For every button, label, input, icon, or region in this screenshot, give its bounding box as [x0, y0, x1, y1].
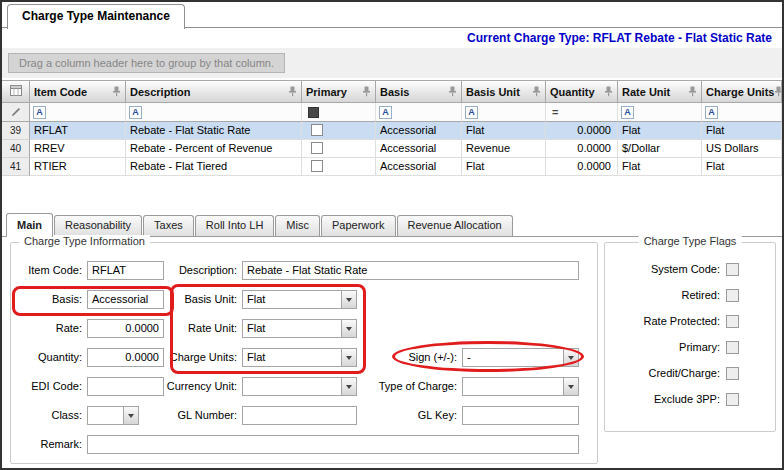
pin-icon[interactable] — [688, 86, 697, 97]
type-of-charge-dropdown[interactable] — [462, 377, 579, 396]
filter-cell-rate-unit[interactable]: A — [618, 103, 702, 122]
auto-filter-icon[interactable]: A — [621, 106, 634, 119]
type-of-charge-label: Type of Charge: — [362, 377, 457, 396]
detail-tab-strip: Main Reasonability Taxes Roll Into LH Mi… — [2, 213, 782, 237]
class-label: Class: — [10, 406, 82, 425]
charge-units-dropdown[interactable]: Flat — [242, 348, 357, 367]
cell-basis-unit: Flat — [462, 158, 546, 176]
retired-label: Retired: — [612, 286, 720, 305]
gl-number-label: GL Number: — [152, 406, 237, 425]
cell-quantity: 0.0000 — [546, 140, 618, 158]
primary-checkbox[interactable] — [311, 142, 323, 154]
basis-value: Accessorial — [92, 293, 148, 305]
column-header-primary[interactable]: Primary — [302, 81, 376, 103]
tab-revenue-allocation[interactable]: Revenue Allocation — [397, 215, 513, 236]
currency-unit-dropdown[interactable] — [242, 377, 357, 396]
grid-row-rrev[interactable]: 40 RREV Rebate - Percent of Revenue Acce… — [2, 140, 782, 158]
dropdown-arrow-icon[interactable] — [563, 349, 578, 366]
auto-filter-icon[interactable]: A — [705, 106, 718, 119]
dropdown-arrow-icon[interactable] — [123, 407, 138, 424]
auto-filter-icon[interactable]: A — [129, 106, 142, 119]
row-number: 39 — [2, 122, 30, 140]
pin-icon[interactable] — [362, 86, 371, 97]
filter-cell-description[interactable]: A — [126, 103, 302, 122]
grid-row-rflat[interactable]: 39 RFLAT Rebate - Flat Static Rate Acces… — [2, 122, 782, 140]
column-header-item-code[interactable]: Item Code — [30, 81, 126, 103]
credit-charge-label: Credit/Charge: — [612, 364, 720, 383]
gl-number-field[interactable] — [242, 406, 357, 425]
tab-taxes[interactable]: Taxes — [143, 215, 194, 236]
tab-label: Reasonability — [65, 219, 131, 231]
cell-primary — [302, 122, 376, 140]
auto-filter-icon[interactable]: A — [379, 106, 392, 119]
dropdown-arrow-icon[interactable] — [341, 320, 356, 337]
tab-charge-type-maintenance[interactable]: Charge Type Maintenance — [7, 4, 185, 29]
filter-cell-charge-units[interactable]: A — [702, 103, 782, 122]
class-dropdown[interactable] — [87, 406, 139, 425]
dropdown-arrow-icon[interactable] — [341, 291, 356, 308]
primary-checkbox[interactable] — [311, 160, 323, 172]
tab-reasonability[interactable]: Reasonability — [54, 215, 142, 236]
grid-corner-button[interactable] — [2, 81, 30, 103]
dropdown-arrow-icon[interactable] — [341, 349, 356, 366]
filter-cell-basis[interactable]: A — [376, 103, 462, 122]
cell-primary — [302, 140, 376, 158]
tab-misc[interactable]: Misc — [275, 215, 320, 236]
remark-label: Remark: — [10, 435, 82, 454]
grid-customize-icon — [10, 85, 22, 98]
retired-checkbox[interactable] — [726, 289, 739, 302]
cell-charge-units: US Dollars — [702, 140, 782, 158]
tab-paperwork[interactable]: Paperwork — [321, 215, 396, 236]
quantity-label: Quantity: — [10, 348, 82, 367]
column-header-basis[interactable]: Basis — [376, 81, 462, 103]
cell-rate-unit: Flat — [618, 158, 702, 176]
filter-cell-item-code[interactable]: A — [30, 103, 126, 122]
basis-unit-value: Flat — [247, 293, 265, 305]
rate-unit-value: Flat — [247, 322, 265, 334]
tab-charge-type-maintenance-label: Charge Type Maintenance — [22, 9, 170, 23]
tab-roll-into-lh[interactable]: Roll Into LH — [195, 215, 274, 236]
pin-icon[interactable] — [532, 86, 541, 97]
cell-basis-unit: Flat — [462, 122, 546, 140]
tab-main[interactable]: Main — [6, 213, 53, 237]
basis-unit-dropdown[interactable]: Flat — [242, 290, 357, 309]
dropdown-arrow-icon[interactable] — [341, 378, 356, 395]
auto-filter-icon[interactable]: A — [465, 106, 478, 119]
grid-row-rtier[interactable]: 41 RTIER Rebate - Flat Tiered Accessoria… — [2, 158, 782, 176]
description-field[interactable]: Rebate - Flat Static Rate — [242, 261, 579, 280]
system-code-checkbox[interactable] — [726, 263, 739, 276]
cell-description: Rebate - Flat Static Rate — [126, 122, 302, 140]
pin-icon[interactable] — [112, 86, 121, 97]
tab-label: Revenue Allocation — [408, 219, 502, 231]
checkbox-filter-icon[interactable] — [308, 107, 319, 118]
rate-unit-dropdown[interactable]: Flat — [242, 319, 357, 338]
remark-field[interactable] — [87, 435, 579, 454]
group-by-panel[interactable]: Drag a column header here to group by th… — [2, 48, 782, 78]
primary-checkbox[interactable] — [311, 124, 323, 136]
description-value: Rebate - Flat Static Rate — [247, 264, 367, 276]
pin-icon[interactable] — [774, 86, 782, 97]
pin-icon[interactable] — [448, 86, 457, 97]
primary-flag-checkbox[interactable] — [726, 341, 739, 354]
column-header-description[interactable]: Description — [126, 81, 302, 103]
auto-filter-icon[interactable]: A — [33, 106, 46, 119]
dropdown-arrow-icon[interactable] — [563, 378, 578, 395]
column-header-rate-unit[interactable]: Rate Unit — [618, 81, 702, 103]
exclude-3pp-checkbox[interactable] — [726, 393, 739, 406]
credit-charge-checkbox[interactable] — [726, 367, 739, 380]
column-header-quantity[interactable]: Quantity — [546, 81, 618, 103]
sign-dropdown[interactable]: - — [462, 348, 579, 367]
filter-cell-primary[interactable] — [302, 103, 376, 122]
pin-icon[interactable] — [604, 86, 613, 97]
edi-code-label: EDI Code: — [10, 377, 82, 396]
column-header-label: Basis — [380, 86, 409, 98]
filter-cell-quantity[interactable]: = — [546, 103, 618, 122]
rate-protected-checkbox[interactable] — [726, 315, 739, 328]
column-header-basis-unit[interactable]: Basis Unit — [462, 81, 546, 103]
cell-item-code: RFLAT — [30, 122, 126, 140]
filter-cell-basis-unit[interactable]: A — [462, 103, 546, 122]
pin-icon[interactable] — [288, 86, 297, 97]
gl-key-field[interactable] — [462, 406, 579, 425]
equals-filter-icon[interactable]: = — [552, 106, 558, 119]
column-header-charge-units[interactable]: Charge Units — [702, 81, 782, 103]
